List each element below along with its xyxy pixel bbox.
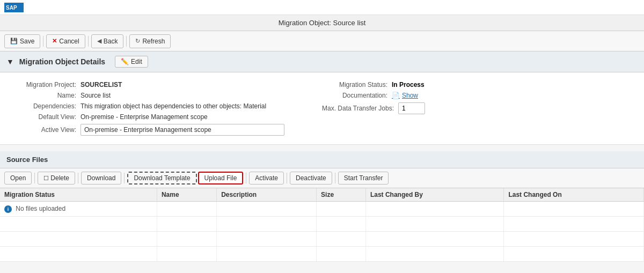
- name-cell: [157, 202, 216, 217]
- description-cell: [217, 202, 317, 217]
- title-bar: Migration Object: Source list: [0, 15, 644, 31]
- migration-project-row: Migration Project: SOURCELIST: [11, 81, 322, 88]
- table-row: i No files uploaded: [0, 202, 644, 217]
- logo-bar: SAP: [0, 0, 644, 15]
- delete-button[interactable]: ☐ Delete: [38, 172, 75, 185]
- sap-logo: SAP: [4, 3, 24, 12]
- changed-by-cell: [365, 202, 504, 217]
- default-view-value: On-premise - Enterprise Management scope: [80, 113, 208, 121]
- start-transfer-button[interactable]: Start Transfer: [338, 172, 389, 185]
- details-left-col: Migration Project: SOURCELIST Name: Sour…: [11, 81, 322, 136]
- section-toggle[interactable]: ▼: [6, 57, 14, 66]
- col-name: Name: [157, 188, 216, 202]
- active-view-row: Active View: On-premise - Enterprise Man…: [11, 124, 322, 136]
- default-view-label: Default View:: [11, 113, 80, 121]
- sf-sep-3: [124, 173, 125, 183]
- toolbar-separator-3: [126, 36, 127, 47]
- migration-status-label: Migration Status:: [322, 81, 392, 88]
- refresh-icon: ↻: [135, 38, 140, 45]
- refresh-button[interactable]: ↻ Refresh: [129, 34, 171, 48]
- documentation-row: Documentation: 📄 Show: [322, 92, 633, 99]
- name-value: Source list: [80, 92, 111, 99]
- edit-icon: ✏️: [121, 58, 129, 65]
- name-row: Name: Source list: [11, 92, 322, 99]
- cancel-icon: ✕: [52, 38, 57, 45]
- cancel-button[interactable]: ✕ Cancel: [46, 34, 85, 48]
- active-view-select[interactable]: On-premise - Enterprise Management scope: [80, 124, 284, 136]
- sf-sep-5: [287, 173, 287, 183]
- section-title: Migration Object Details: [19, 57, 105, 66]
- source-files-toolbar: Open ☐ Delete Download Download Template…: [0, 168, 644, 188]
- table-row: [0, 232, 644, 247]
- name-label: Name:: [11, 92, 80, 99]
- download-template-button[interactable]: Download Template: [127, 172, 196, 185]
- table-row: [0, 247, 644, 262]
- active-view-label: Active View:: [11, 126, 80, 134]
- max-jobs-row: Max. Data Transfer Jobs:: [322, 102, 633, 114]
- default-view-row: Default View: On-premise - Enterprise Ma…: [11, 113, 322, 121]
- details-grid: Migration Project: SOURCELIST Name: Sour…: [11, 81, 633, 136]
- no-files-cell: i No files uploaded: [0, 202, 157, 217]
- dependencies-label: Dependencies:: [11, 102, 80, 110]
- svg-text:SAP: SAP: [6, 5, 17, 11]
- sf-sep-1: [34, 173, 35, 183]
- details-right-col: Migration Status: In Process Documentati…: [322, 81, 633, 136]
- col-description: Description: [217, 188, 317, 202]
- dependencies-value: This migration object has dependencies t…: [80, 102, 266, 110]
- col-last-changed-on: Last Changed On: [504, 188, 644, 202]
- col-size: Size: [317, 188, 366, 202]
- deactivate-button[interactable]: Deactivate: [290, 172, 332, 185]
- changed-on-cell: [504, 202, 644, 217]
- dependencies-row: Dependencies: This migration object has …: [11, 102, 322, 110]
- migration-project-label: Migration Project:: [11, 81, 80, 88]
- edit-button[interactable]: ✏️ Edit: [115, 56, 148, 68]
- delete-icon: ☐: [43, 175, 49, 182]
- documentation-link[interactable]: 📄 Show: [392, 92, 418, 99]
- sf-sep-2: [78, 173, 78, 183]
- table-header-row: Migration Status Name Description Size L…: [0, 188, 644, 202]
- max-jobs-input[interactable]: [398, 102, 425, 114]
- main-toolbar: 💾 Save ✕ Cancel ◀ Back ↻ Refresh: [0, 31, 644, 51]
- upload-file-button[interactable]: Upload File: [198, 172, 244, 185]
- files-table-container: Migration Status Name Description Size L…: [0, 188, 644, 262]
- max-jobs-label: Max. Data Transfer Jobs:: [322, 105, 398, 112]
- details-content: Migration Project: SOURCELIST Name: Sour…: [0, 72, 644, 145]
- col-migration-status: Migration Status: [0, 188, 157, 202]
- documentation-label: Documentation:: [322, 92, 392, 99]
- migration-status-value: In Process: [392, 81, 425, 88]
- files-table: Migration Status Name Description Size L…: [0, 188, 644, 262]
- toolbar-separator-1: [43, 36, 43, 47]
- size-cell: [317, 202, 366, 217]
- page-title: Migration Object: Source list: [279, 19, 366, 27]
- sf-sep-6: [335, 173, 335, 183]
- info-icon: i: [4, 205, 12, 213]
- activate-button[interactable]: Activate: [249, 172, 284, 185]
- back-button[interactable]: ◀ Back: [91, 34, 124, 48]
- back-icon: ◀: [97, 38, 101, 45]
- download-button[interactable]: Download: [81, 172, 121, 185]
- migration-project-value: SOURCELIST: [80, 81, 122, 88]
- documentation-icon: 📄: [392, 92, 400, 99]
- open-button[interactable]: Open: [4, 172, 32, 185]
- save-icon: 💾: [10, 38, 18, 45]
- save-button[interactable]: 💾 Save: [4, 34, 40, 48]
- source-files-header: Source Files: [0, 145, 644, 168]
- sf-sep-4: [246, 173, 246, 183]
- col-last-changed-by: Last Changed By: [365, 188, 504, 202]
- table-row: [0, 217, 644, 232]
- section-panel: ▼ Migration Object Details ✏️ Edit: [0, 51, 644, 72]
- toolbar-separator-2: [88, 36, 89, 47]
- migration-status-row: Migration Status: In Process: [322, 81, 633, 88]
